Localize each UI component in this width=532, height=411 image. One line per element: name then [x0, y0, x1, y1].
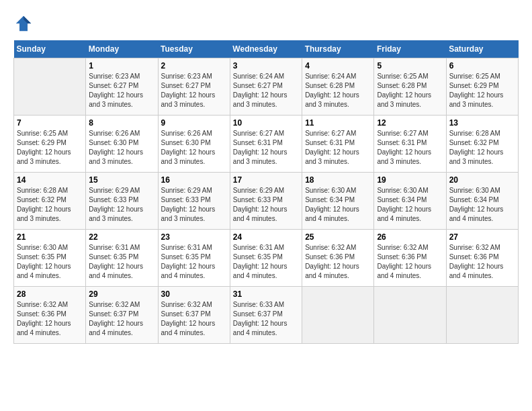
day-number: 27 — [449, 232, 515, 242]
calendar-week-row: 1Sunrise: 6:23 AMSunset: 6:27 PMDaylight… — [14, 58, 519, 116]
day-info: Sunrise: 6:27 AMSunset: 6:31 PMDaylight:… — [233, 129, 299, 167]
day-number: 12 — [377, 118, 443, 128]
day-info: Sunrise: 6:31 AMSunset: 6:35 PMDaylight:… — [233, 243, 299, 281]
calendar-cell: 24Sunrise: 6:31 AMSunset: 6:35 PMDayligh… — [230, 230, 302, 287]
header-day-monday: Monday — [86, 40, 158, 58]
day-number: 4 — [305, 61, 371, 71]
calendar-cell: 9Sunrise: 6:26 AMSunset: 6:30 PMDaylight… — [158, 116, 230, 173]
calendar-cell: 6Sunrise: 6:25 AMSunset: 6:29 PMDaylight… — [446, 58, 518, 116]
calendar-cell — [14, 58, 86, 116]
calendar-cell: 27Sunrise: 6:32 AMSunset: 6:36 PMDayligh… — [446, 230, 518, 287]
day-number: 16 — [161, 175, 227, 185]
logo-icon — [13, 13, 34, 34]
day-info: Sunrise: 6:27 AMSunset: 6:31 PMDaylight:… — [305, 129, 371, 167]
day-info: Sunrise: 6:32 AMSunset: 6:37 PMDaylight:… — [89, 300, 154, 338]
day-info: Sunrise: 6:25 AMSunset: 6:29 PMDaylight:… — [449, 72, 515, 109]
day-number: 10 — [233, 118, 299, 128]
day-number: 28 — [17, 289, 83, 299]
day-info: Sunrise: 6:33 AMSunset: 6:37 PMDaylight:… — [233, 300, 299, 338]
calendar-week-row: 14Sunrise: 6:28 AMSunset: 6:32 PMDayligh… — [14, 173, 519, 230]
logo — [13, 13, 36, 34]
calendar-cell: 18Sunrise: 6:30 AMSunset: 6:34 PMDayligh… — [302, 173, 374, 230]
header-day-sunday: Sunday — [14, 40, 86, 58]
calendar-cell: 4Sunrise: 6:24 AMSunset: 6:28 PMDaylight… — [302, 58, 374, 116]
calendar-table: SundayMondayTuesdayWednesdayThursdayFrid… — [13, 40, 519, 344]
calendar-cell: 26Sunrise: 6:32 AMSunset: 6:36 PMDayligh… — [374, 230, 446, 287]
day-number: 23 — [161, 232, 227, 242]
day-number: 22 — [89, 232, 154, 242]
day-number: 8 — [89, 118, 154, 128]
calendar-week-row: 21Sunrise: 6:30 AMSunset: 6:35 PMDayligh… — [14, 230, 519, 287]
day-number: 19 — [377, 175, 443, 185]
day-number: 17 — [233, 175, 299, 185]
day-number: 1 — [89, 61, 154, 71]
day-number: 2 — [161, 61, 227, 71]
day-info: Sunrise: 6:29 AMSunset: 6:33 PMDaylight:… — [161, 186, 227, 224]
day-info: Sunrise: 6:32 AMSunset: 6:37 PMDaylight:… — [161, 300, 227, 338]
calendar-cell: 8Sunrise: 6:26 AMSunset: 6:30 PMDaylight… — [86, 116, 158, 173]
day-info: Sunrise: 6:25 AMSunset: 6:28 PMDaylight:… — [377, 72, 443, 109]
calendar-week-row: 7Sunrise: 6:25 AMSunset: 6:29 PMDaylight… — [14, 116, 519, 173]
calendar-cell — [374, 287, 446, 344]
day-info: Sunrise: 6:28 AMSunset: 6:32 PMDaylight:… — [449, 129, 515, 167]
day-number: 26 — [377, 232, 443, 242]
header-day-tuesday: Tuesday — [158, 40, 230, 58]
day-info: Sunrise: 6:32 AMSunset: 6:36 PMDaylight:… — [305, 243, 371, 281]
day-info: Sunrise: 6:31 AMSunset: 6:35 PMDaylight:… — [89, 243, 154, 281]
calendar-cell: 17Sunrise: 6:29 AMSunset: 6:33 PMDayligh… — [230, 173, 302, 230]
day-info: Sunrise: 6:31 AMSunset: 6:35 PMDaylight:… — [161, 243, 227, 281]
calendar-cell: 11Sunrise: 6:27 AMSunset: 6:31 PMDayligh… — [302, 116, 374, 173]
day-number: 25 — [305, 232, 371, 242]
day-number: 31 — [233, 289, 299, 299]
day-info: Sunrise: 6:32 AMSunset: 6:36 PMDaylight:… — [17, 300, 83, 338]
day-number: 21 — [17, 232, 83, 242]
day-info: Sunrise: 6:29 AMSunset: 6:33 PMDaylight:… — [89, 186, 154, 224]
page-header — [13, 13, 519, 34]
calendar-cell: 12Sunrise: 6:27 AMSunset: 6:31 PMDayligh… — [374, 116, 446, 173]
calendar-cell: 15Sunrise: 6:29 AMSunset: 6:33 PMDayligh… — [86, 173, 158, 230]
day-info: Sunrise: 6:25 AMSunset: 6:29 PMDaylight:… — [17, 129, 83, 167]
calendar-cell: 10Sunrise: 6:27 AMSunset: 6:31 PMDayligh… — [230, 116, 302, 173]
day-number: 9 — [161, 118, 227, 128]
day-info: Sunrise: 6:30 AMSunset: 6:34 PMDaylight:… — [377, 186, 443, 224]
calendar-cell: 3Sunrise: 6:24 AMSunset: 6:27 PMDaylight… — [230, 58, 302, 116]
calendar-cell: 13Sunrise: 6:28 AMSunset: 6:32 PMDayligh… — [446, 116, 518, 173]
day-number: 13 — [449, 118, 515, 128]
day-info: Sunrise: 6:23 AMSunset: 6:27 PMDaylight:… — [161, 72, 227, 109]
calendar-cell: 1Sunrise: 6:23 AMSunset: 6:27 PMDaylight… — [86, 58, 158, 116]
day-number: 14 — [17, 175, 83, 185]
calendar-cell: 28Sunrise: 6:32 AMSunset: 6:36 PMDayligh… — [14, 287, 86, 344]
day-info: Sunrise: 6:26 AMSunset: 6:30 PMDaylight:… — [89, 129, 154, 167]
day-number: 11 — [305, 118, 371, 128]
calendar-cell: 5Sunrise: 6:25 AMSunset: 6:28 PMDaylight… — [374, 58, 446, 116]
calendar-cell: 22Sunrise: 6:31 AMSunset: 6:35 PMDayligh… — [86, 230, 158, 287]
day-info: Sunrise: 6:24 AMSunset: 6:27 PMDaylight:… — [233, 72, 299, 109]
day-number: 29 — [89, 289, 154, 299]
day-number: 3 — [233, 61, 299, 71]
header-day-wednesday: Wednesday — [230, 40, 302, 58]
day-info: Sunrise: 6:26 AMSunset: 6:30 PMDaylight:… — [161, 129, 227, 167]
day-number: 7 — [17, 118, 83, 128]
calendar-cell: 30Sunrise: 6:32 AMSunset: 6:37 PMDayligh… — [158, 287, 230, 344]
header-day-thursday: Thursday — [302, 40, 374, 58]
header-day-friday: Friday — [374, 40, 446, 58]
day-info: Sunrise: 6:28 AMSunset: 6:32 PMDaylight:… — [17, 186, 83, 224]
day-number: 15 — [89, 175, 154, 185]
calendar-cell: 25Sunrise: 6:32 AMSunset: 6:36 PMDayligh… — [302, 230, 374, 287]
calendar-cell: 7Sunrise: 6:25 AMSunset: 6:29 PMDaylight… — [14, 116, 86, 173]
header-day-saturday: Saturday — [446, 40, 518, 58]
calendar-cell — [302, 287, 374, 344]
day-info: Sunrise: 6:27 AMSunset: 6:31 PMDaylight:… — [377, 129, 443, 167]
day-info: Sunrise: 6:29 AMSunset: 6:33 PMDaylight:… — [233, 186, 299, 224]
day-info: Sunrise: 6:30 AMSunset: 6:35 PMDaylight:… — [17, 243, 83, 281]
calendar-cell — [446, 287, 518, 344]
calendar-cell: 31Sunrise: 6:33 AMSunset: 6:37 PMDayligh… — [230, 287, 302, 344]
calendar-cell: 23Sunrise: 6:31 AMSunset: 6:35 PMDayligh… — [158, 230, 230, 287]
day-number: 30 — [161, 289, 227, 299]
day-info: Sunrise: 6:23 AMSunset: 6:27 PMDaylight:… — [89, 72, 154, 109]
calendar-cell: 21Sunrise: 6:30 AMSunset: 6:35 PMDayligh… — [14, 230, 86, 287]
day-info: Sunrise: 6:30 AMSunset: 6:34 PMDaylight:… — [305, 186, 371, 224]
day-number: 20 — [449, 175, 515, 185]
day-info: Sunrise: 6:24 AMSunset: 6:28 PMDaylight:… — [305, 72, 371, 109]
calendar-cell: 2Sunrise: 6:23 AMSunset: 6:27 PMDaylight… — [158, 58, 230, 116]
